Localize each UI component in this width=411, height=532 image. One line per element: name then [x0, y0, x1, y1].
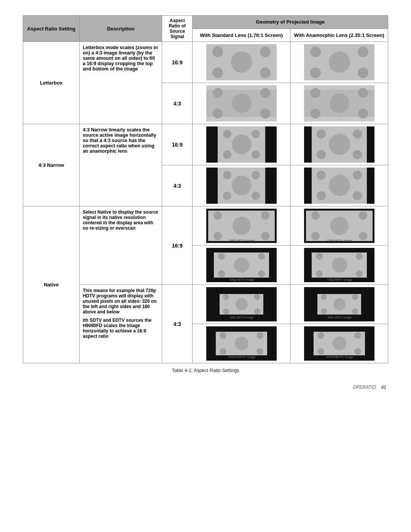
table-row-letterbox-169: Letterbox Letterbox mode scales (zooms i…	[23, 42, 388, 83]
svg-point-104	[235, 337, 249, 350]
svg-point-65	[311, 211, 320, 220]
svg-point-90	[254, 294, 260, 300]
svg-point-52	[317, 191, 326, 200]
svg-point-18	[260, 109, 270, 118]
svg-point-42	[232, 176, 252, 195]
svg-point-50	[317, 171, 326, 180]
img-narrow-169-std	[193, 124, 290, 165]
svg-point-91	[223, 308, 229, 315]
header-aspect-setting: Aspect Ratio Setting	[23, 16, 80, 42]
svg-point-4	[212, 67, 223, 78]
svg-point-32	[252, 150, 260, 159]
svg-point-25	[358, 109, 368, 118]
svg-point-57	[213, 211, 222, 220]
svg-point-76	[258, 270, 265, 277]
svg-point-22	[330, 93, 349, 113]
svg-point-84	[356, 270, 363, 277]
svg-point-98	[352, 294, 358, 300]
svg-point-89	[223, 294, 229, 300]
desc-native-part1: Select Native to display the source sign…	[80, 206, 162, 285]
svg-point-81	[316, 253, 323, 260]
svg-point-97	[321, 294, 327, 300]
img-native-pc-std: 1024x768 PC Image	[193, 324, 290, 363]
img-narrow-43-ana	[290, 165, 388, 206]
table-row-native-1080i: Native Select Native to display the sour…	[23, 206, 388, 246]
img-native-480i-ana: 480i SDTV Image	[290, 285, 388, 324]
desc-letterbox: Letterbox mode scales (zooms in on) a 4:…	[80, 42, 162, 124]
img-native-720p-ana: 720p HDTV Image	[290, 246, 388, 285]
svg-point-67	[311, 232, 320, 240]
svg-text:1024x768 PC Image: 1024x768 PC Image	[325, 355, 353, 359]
svg-point-39	[353, 150, 362, 159]
img-native-1080i-ana: 1080i HDTV Image	[290, 206, 388, 246]
desc-native-part2: This means for example that 720p HDTV pr…	[80, 285, 162, 363]
svg-point-83	[316, 270, 323, 277]
svg-point-7	[310, 46, 321, 57]
img-letterbox-43-std	[193, 83, 290, 124]
svg-point-5	[260, 67, 271, 78]
svg-point-100	[352, 308, 358, 315]
img-letterbox-169-ana	[290, 42, 388, 83]
header-description: Description	[80, 16, 162, 42]
svg-point-17	[213, 109, 223, 118]
svg-point-115	[317, 348, 324, 355]
svg-point-60	[261, 232, 269, 240]
page-footer: OPERATIO 41	[23, 385, 388, 390]
svg-point-30	[252, 130, 260, 138]
svg-point-49	[329, 175, 350, 196]
svg-point-74	[258, 253, 265, 260]
svg-point-56	[233, 217, 251, 235]
svg-point-10	[310, 67, 321, 78]
header-anamorphic-lens: With Anamorphic Lens (2.35:1 Screen)	[290, 29, 388, 42]
svg-point-51	[353, 171, 362, 180]
svg-point-112	[333, 337, 346, 350]
svg-point-8	[329, 51, 350, 73]
svg-text:1080i HDTV Image: 1080i HDTV Image	[229, 239, 255, 242]
svg-point-58	[261, 211, 269, 220]
svg-point-107	[220, 348, 226, 355]
svg-point-114	[354, 332, 361, 339]
svg-text:1024x768 PC Image: 1024x768 PC Image	[228, 355, 255, 359]
header-aspect-source: Aspect Ratio of Source Signal	[162, 16, 193, 42]
svg-point-108	[256, 348, 263, 355]
svg-point-2	[231, 51, 252, 73]
svg-text:1080i HDTV Image: 1080i HDTV Image	[327, 239, 353, 242]
svg-point-29	[223, 130, 231, 138]
svg-point-99	[321, 308, 327, 315]
source-letterbox-169: 16:9	[162, 42, 193, 83]
svg-point-45	[223, 192, 231, 200]
svg-point-1	[212, 46, 223, 57]
svg-text:480i SDTV Image: 480i SDTV Image	[327, 316, 352, 319]
svg-point-96	[333, 298, 346, 310]
setting-43narrow: 4:3 Narrow	[23, 124, 80, 206]
svg-point-88	[236, 298, 248, 310]
svg-point-23	[358, 88, 368, 98]
svg-point-15	[232, 93, 252, 113]
source-narrow-169: 16:9	[162, 124, 193, 165]
svg-point-31	[223, 150, 231, 159]
table-caption: Table 4-1: Aspect Ratio Settings	[23, 368, 388, 373]
svg-point-21	[311, 88, 320, 98]
source-native-169: 16:9	[162, 206, 193, 285]
svg-point-53	[353, 191, 362, 200]
svg-text:720p HDTV Image: 720p HDTV Image	[327, 278, 352, 281]
img-native-pc-ana: 1024x768 PC Image	[290, 324, 388, 363]
svg-point-9	[358, 46, 368, 57]
svg-point-11	[358, 67, 368, 78]
setting-letterbox: Letterbox	[23, 42, 80, 124]
svg-point-59	[213, 232, 222, 240]
svg-point-38	[317, 150, 326, 159]
source-native-43: 4:3	[162, 285, 193, 363]
svg-point-66	[359, 211, 367, 220]
svg-point-113	[317, 332, 324, 339]
svg-point-37	[353, 129, 362, 139]
svg-point-73	[218, 253, 225, 260]
svg-point-75	[218, 270, 225, 277]
page-number: 41	[381, 385, 386, 390]
svg-point-14	[213, 88, 223, 98]
desc-43narrow: 4:3 Narrow linearly scales the source ac…	[80, 124, 162, 206]
header-row-1: Aspect Ratio Setting Description Aspect …	[23, 16, 388, 29]
svg-text:480i SDTV Image: 480i SDTV Image	[229, 316, 254, 319]
img-narrow-169-ana	[290, 124, 388, 165]
img-native-480i-std: 480i SDTV Image	[193, 285, 290, 324]
